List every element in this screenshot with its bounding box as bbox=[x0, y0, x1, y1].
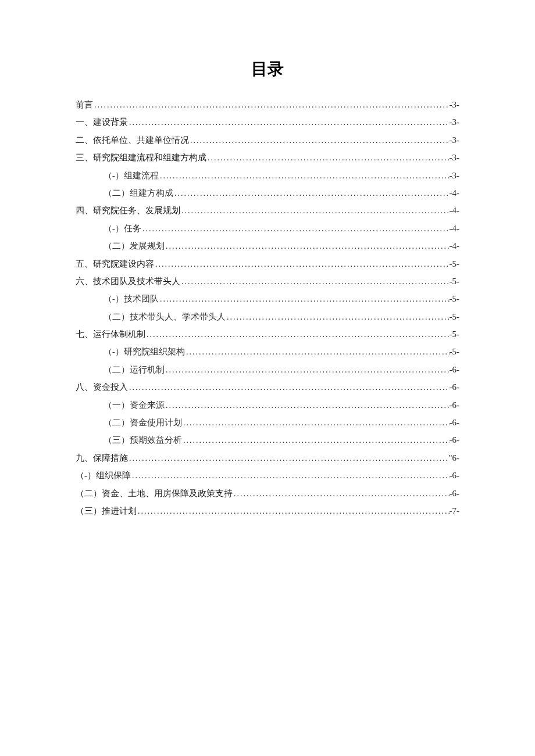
toc-leader-dots bbox=[128, 381, 450, 394]
toc-entry: （二）组建方构成-4- bbox=[76, 186, 459, 200]
toc-entry: （一）资金来源-6- bbox=[76, 398, 459, 412]
toc-entry: （二）资金使用计划-6- bbox=[76, 415, 459, 429]
toc-leader-dots bbox=[180, 205, 450, 217]
toc-entry: （二）技术带头人、学术带头人-5- bbox=[76, 310, 459, 324]
toc-leader-dots bbox=[206, 152, 450, 164]
toc-entry: 五、研究院建设内容-5- bbox=[76, 257, 459, 271]
toc-entry-page: -6- bbox=[450, 398, 460, 412]
toc-leader-dots bbox=[131, 470, 450, 482]
toc-entry-label: （-）任务 bbox=[104, 221, 141, 235]
toc-entry: （-）研究院组织架构-5- bbox=[76, 345, 459, 359]
toc-leader-dots bbox=[173, 187, 450, 200]
toc-entry-page: -3- bbox=[450, 151, 460, 164]
toc-entry: 九、保障措施"6- bbox=[76, 451, 459, 465]
toc-leader-dots bbox=[159, 170, 450, 182]
toc-entry-page: -6- bbox=[450, 380, 460, 394]
toc-entry-page: -5- bbox=[450, 327, 460, 341]
toc-entry: （二）发展规划-4- bbox=[76, 239, 459, 253]
toc-title: 目录 bbox=[76, 58, 459, 80]
toc-entry: 七、运行体制机制-5- bbox=[76, 327, 459, 341]
toc-leader-dots bbox=[182, 434, 450, 447]
toc-leader-dots bbox=[137, 505, 450, 518]
toc-leader-dots bbox=[128, 452, 448, 465]
toc-entry-label: （-）组织保障 bbox=[76, 468, 131, 482]
toc-entry-label: 九、保障措施 bbox=[76, 451, 128, 465]
toc-entry: （-）组织保障-6- bbox=[76, 468, 459, 482]
toc-entry-page: -4- bbox=[450, 203, 460, 217]
toc-entry-page: -5- bbox=[450, 292, 460, 306]
toc-entry-page: "6- bbox=[448, 451, 459, 465]
toc-leader-dots bbox=[165, 399, 450, 412]
toc-entry: 四、研究院任务、发展规划-4- bbox=[76, 203, 459, 217]
toc-entry-label: （三）预期效益分析 bbox=[104, 433, 182, 447]
toc-leader-dots bbox=[141, 223, 450, 235]
toc-entry: （-）任务-4- bbox=[76, 221, 459, 235]
toc-entry-page: -3- bbox=[450, 98, 460, 112]
toc-entry-page: -4- bbox=[450, 239, 460, 253]
toc-entry: （-）技术团队-5- bbox=[76, 292, 459, 306]
toc-entry-page: -5- bbox=[450, 345, 460, 359]
toc-entry-label: （二）组建方构成 bbox=[104, 186, 173, 200]
toc-leader-dots bbox=[154, 258, 450, 271]
toc-entry-page: -6- bbox=[450, 486, 460, 500]
toc-entry-label: 三、研究院组建流程和组建方构成 bbox=[76, 151, 206, 164]
toc-entry-page: -4- bbox=[450, 221, 460, 235]
toc-entry: （三）推进计划-7- bbox=[76, 504, 459, 518]
toc-entry: 前言-3- bbox=[76, 98, 459, 112]
toc-leader-dots bbox=[233, 488, 450, 500]
toc-entry-label: （二）资金使用计划 bbox=[104, 415, 182, 429]
toc-entry: （二）运行机制-6- bbox=[76, 363, 459, 377]
toc-entry-label: （-）技术团队 bbox=[104, 292, 159, 306]
toc-entry-page: -6- bbox=[450, 415, 460, 429]
toc-leader-dots bbox=[226, 311, 450, 324]
toc-entry-label: 二、依托单位、共建单位情况 bbox=[76, 133, 189, 147]
toc-entry-label: （-）研究院组织架构 bbox=[104, 345, 185, 359]
toc-entry-label: （二）发展规划 bbox=[104, 239, 165, 253]
toc-entry-label: （二）资金、土地、用房保障及政策支持 bbox=[76, 486, 233, 500]
toc-leader-dots bbox=[180, 275, 450, 288]
toc-entry: （二）资金、土地、用房保障及政策支持-6- bbox=[76, 486, 459, 500]
toc-entry: （-）组建流程-3- bbox=[76, 169, 459, 182]
toc-entry-label: 五、研究院建设内容 bbox=[76, 257, 154, 271]
toc-entry-label: 六、技术团队及技术带头人 bbox=[76, 274, 180, 288]
toc-leader-dots bbox=[185, 346, 450, 359]
toc-entry-page: -6- bbox=[450, 433, 460, 447]
toc-entry: （三）预期效益分析-6- bbox=[76, 433, 459, 447]
toc-entry-page: -3- bbox=[450, 169, 460, 182]
toc-leader-dots bbox=[93, 99, 450, 112]
toc-entry: 八、资金投入-6- bbox=[76, 380, 459, 394]
table-of-contents: 前言-3-一、建设背景-3-二、依托单位、共建单位情况-3-三、研究院组建流程和… bbox=[76, 98, 459, 518]
toc-entry-label: 七、运行体制机制 bbox=[76, 327, 145, 341]
toc-entry-page: -3- bbox=[450, 133, 460, 147]
toc-entry-page: -5- bbox=[450, 310, 460, 324]
toc-entry-label: 四、研究院任务、发展规划 bbox=[76, 203, 180, 217]
toc-entry-page: -5- bbox=[450, 274, 460, 288]
toc-entry-label: （二）技术带头人、学术带头人 bbox=[104, 310, 226, 324]
toc-entry-label: 八、资金投入 bbox=[76, 380, 128, 394]
toc-entry-label: （一）资金来源 bbox=[104, 398, 165, 412]
toc-leader-dots bbox=[182, 417, 450, 429]
toc-leader-dots bbox=[189, 134, 450, 147]
toc-entry: 三、研究院组建流程和组建方构成-3- bbox=[76, 151, 459, 164]
toc-entry-label: （三）推进计划 bbox=[76, 504, 137, 518]
toc-leader-dots bbox=[165, 240, 450, 253]
toc-entry-page: -4- bbox=[450, 186, 460, 200]
toc-entry-label: （二）运行机制 bbox=[104, 363, 165, 377]
toc-leader-dots bbox=[128, 116, 450, 129]
toc-entry: 二、依托单位、共建单位情况-3- bbox=[76, 133, 459, 147]
toc-entry-label: （-）组建流程 bbox=[104, 169, 159, 182]
toc-leader-dots bbox=[159, 293, 450, 306]
toc-leader-dots bbox=[145, 328, 450, 341]
toc-leader-dots bbox=[165, 364, 450, 377]
toc-entry: 六、技术团队及技术带头人-5- bbox=[76, 274, 459, 288]
toc-entry-page: -7- bbox=[450, 504, 460, 518]
toc-entry-page: -3- bbox=[450, 115, 460, 129]
toc-entry-label: 前言 bbox=[76, 98, 93, 112]
toc-entry-page: -6- bbox=[450, 468, 460, 482]
toc-entry-page: -6- bbox=[450, 363, 460, 377]
toc-entry: 一、建设背景-3- bbox=[76, 115, 459, 129]
toc-entry-page: -5- bbox=[450, 257, 460, 271]
toc-entry-label: 一、建设背景 bbox=[76, 115, 128, 129]
